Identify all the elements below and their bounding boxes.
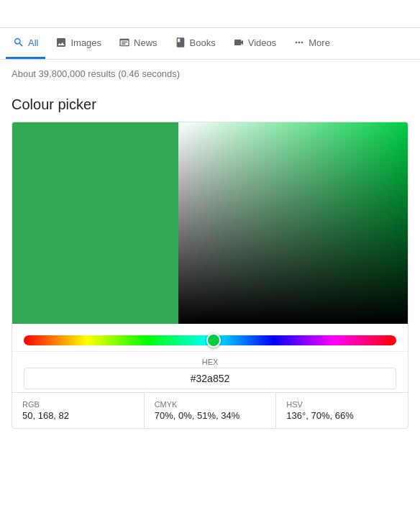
gradient-canvas[interactable] [178,122,408,324]
color-gradient[interactable] [178,122,408,324]
hsv-value: 136°, 70%, 66% [286,410,398,421]
tab-videos[interactable]: Videos [226,28,284,59]
color-picker-widget: HEX RGB 50, 168, 82 CMYK 70%, 0%, 51%, 3… [12,122,408,429]
tab-books[interactable]: Books [168,28,223,59]
cmyk-value: 70%, 0%, 51%, 34% [155,410,266,421]
hue-slider-container [12,324,408,351]
hex-container: HEX [12,351,408,392]
image-icon [55,37,67,48]
hue-slider[interactable] [24,335,396,345]
tab-news[interactable]: News [111,28,165,59]
tab-videos-label: Videos [248,37,277,48]
tab-more[interactable]: More [286,28,337,59]
dots-icon [293,37,305,48]
news-icon [119,37,130,48]
tab-all[interactable]: All [6,28,45,59]
tab-news-label: News [134,37,158,48]
color-canvas[interactable] [12,122,408,324]
tab-images-label: Images [70,37,101,48]
hex-input[interactable] [24,368,396,389]
hex-label: HEX [24,358,396,366]
tab-more-label: More [309,37,330,48]
search-input[interactable]: color picker [12,7,408,20]
hsv-cell: HSV 136°, 70%, 66% [276,393,408,428]
cmyk-cell: CMYK 70%, 0%, 51%, 34% [145,393,277,428]
colour-picker-title: Colour picker [12,96,408,113]
results-count: About 39,800,000 results (0.46 seconds) [0,60,420,88]
rgb-cell: RGB 50, 168, 82 [12,393,145,428]
video-icon [233,37,245,48]
hue-thumb[interactable] [206,333,221,348]
color-swatch[interactable] [12,122,178,324]
tab-books-label: Books [190,37,216,48]
tab-all-label: All [28,37,38,48]
rgb-value: 50, 168, 82 [22,410,134,421]
cmyk-label: CMYK [155,400,266,409]
colour-picker-section: Colour picker HEX RGB 50, 168, 82 [0,88,420,429]
search-bar: color picker [0,0,420,28]
tab-images[interactable]: Images [48,28,109,59]
color-values-row: RGB 50, 168, 82 CMYK 70%, 0%, 51%, 34% H… [12,392,408,428]
search-icon [13,37,24,48]
nav-tabs: All Images News Books Videos More [0,28,420,60]
hsv-label: HSV [286,400,398,409]
rgb-label: RGB [22,400,134,409]
book-icon [175,37,186,48]
